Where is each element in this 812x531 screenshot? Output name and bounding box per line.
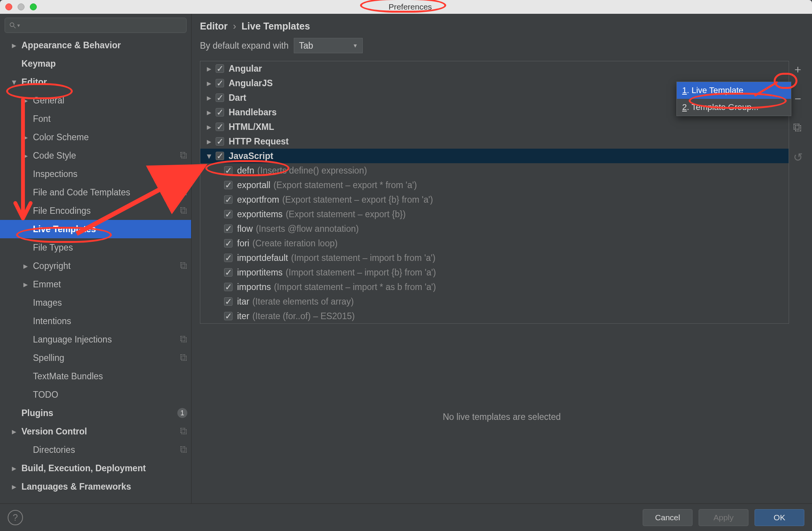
nav-item-file-and-code-templates[interactable]: File and Code Templates⿻ [0, 183, 191, 202]
expand-with-value: Tab [299, 41, 313, 51]
nav-item-language-injections[interactable]: Language Injections⿻ [0, 330, 191, 349]
checkbox[interactable]: ✓ [216, 93, 224, 102]
apply-button[interactable]: Apply [699, 509, 748, 526]
sidebar: ▾ ▸Appearance & BehaviorKeymap▾Editor▸Ge… [0, 14, 192, 503]
chevron-down-icon: ▾ [11, 77, 18, 87]
nav-item-label: Languages & Frameworks [21, 482, 187, 492]
checkbox[interactable]: ✓ [224, 297, 232, 306]
nav-item-build-execution-deployment[interactable]: ▸Build, Execution, Deployment [0, 459, 191, 477]
nav-item-copyright[interactable]: ▸Copyright⿻ [0, 257, 191, 275]
nav-item-label: General [33, 95, 187, 106]
checkbox[interactable]: ✓ [224, 181, 232, 189]
tree-item-importitems[interactable]: ✓importitems(Import statement – import {… [200, 265, 789, 280]
checkbox[interactable]: ✓ [224, 239, 232, 247]
nav-item-textmate-bundles[interactable]: TextMate Bundles [0, 367, 191, 385]
nav-item-todo[interactable]: TODO [0, 385, 191, 404]
copy-button[interactable]: ⿻ [791, 121, 804, 134]
checkbox[interactable]: ✓ [224, 195, 232, 204]
nav-item-live-templates[interactable]: Live Templates [0, 220, 191, 238]
tree-group-angular[interactable]: ▸✓Angular [200, 61, 789, 76]
checkbox[interactable]: ✓ [224, 312, 232, 320]
tree-item-defn[interactable]: ✓defn(Inserts define() expression) [200, 163, 789, 178]
tree-group-html-xml[interactable]: ▸✓HTML/XML [200, 120, 789, 134]
tree-item-importns[interactable]: ✓importns(Import statement – import * as… [200, 280, 789, 294]
nav-item-directories[interactable]: Directories⿻ [0, 441, 191, 459]
tree-item-fori[interactable]: ✓fori(Create iteration loop) [200, 236, 789, 251]
maximize-icon[interactable] [30, 3, 37, 10]
tree-item-desc: (Import statement – import * as b from '… [274, 282, 436, 292]
tree-item-exportfrom[interactable]: ✓exportfrom(Export statement – export {b… [200, 192, 789, 207]
checkbox[interactable]: ✓ [216, 152, 224, 160]
close-icon[interactable] [5, 3, 12, 10]
breadcrumb-leaf: Live Templates [242, 21, 310, 32]
checkbox[interactable]: ✓ [224, 268, 232, 277]
chevron-right-icon: ▸ [22, 132, 29, 143]
tree-item-label: importdefault [237, 253, 288, 263]
nav-item-code-style[interactable]: ▸Code Style⿻ [0, 146, 191, 165]
tree-item-flow[interactable]: ✓flow(Inserts @flow annotation) [200, 221, 789, 236]
checkbox[interactable]: ✓ [224, 254, 232, 262]
add-menu: 1. Live Template 2. Template Group... [676, 82, 791, 116]
overlay-icon: ⿻ [180, 354, 187, 362]
checkbox[interactable]: ✓ [224, 166, 232, 175]
chevron-right-icon: › [233, 21, 236, 32]
nav-item-keymap[interactable]: Keymap [0, 54, 191, 73]
tree-item-label: importitems [237, 267, 283, 278]
nav-item-font[interactable]: Font [0, 110, 191, 128]
help-button[interactable]: ? [8, 510, 23, 525]
nav-item-file-encodings[interactable]: File Encodings⿻ [0, 202, 191, 220]
nav-item-appearance-behavior[interactable]: ▸Appearance & Behavior [0, 36, 191, 54]
tree-item-desc: (Iterate (for..of) – ES2015) [252, 311, 355, 321]
nav-item-general[interactable]: ▸General [0, 91, 191, 110]
tree-item-desc: (Import statement – import {b} from 'a') [286, 267, 436, 278]
remove-button[interactable]: − [791, 92, 804, 105]
search-input[interactable]: ▾ [5, 18, 187, 33]
nav-item-intentions[interactable]: Intentions [0, 312, 191, 330]
expand-with-label: By default expand with [200, 41, 288, 51]
nav-item-file-types[interactable]: File Types [0, 238, 191, 257]
nav-item-inspections[interactable]: Inspections⿻ [0, 165, 191, 183]
tree-group-http-request[interactable]: ▸✓HTTP Request [200, 134, 789, 149]
ok-button[interactable]: OK [755, 509, 804, 526]
nav-item-images[interactable]: Images [0, 293, 191, 312]
tree-item-iter[interactable]: ✓iter(Iterate (for..of) – ES2015) [200, 309, 789, 323]
nav-item-plugins[interactable]: Plugins1 [0, 404, 191, 422]
tree-item-exportitems[interactable]: ✓exportitems(Export statement – export {… [200, 207, 789, 221]
minimize-icon[interactable] [18, 3, 25, 10]
tree-item-desc: (Export statement – export {b} from 'a') [282, 195, 433, 205]
checkbox[interactable]: ✓ [224, 225, 232, 233]
tree-item-exportall[interactable]: ✓exportall(Export statement – export * f… [200, 178, 789, 192]
breadcrumb-root[interactable]: Editor [200, 21, 228, 32]
nav-item-label: File Encodings [33, 206, 180, 216]
undo-button[interactable]: ↺ [791, 151, 804, 164]
tree-item-itar[interactable]: ✓itar(Iterate elements of array) [200, 294, 789, 309]
tree-item-desc: (Export statement – export {b}) [286, 209, 406, 220]
nav-item-label: Editor [21, 77, 187, 87]
nav-item-version-control[interactable]: ▸Version Control⿻ [0, 422, 191, 441]
checkbox[interactable]: ✓ [216, 64, 224, 73]
checkbox[interactable]: ✓ [224, 283, 232, 291]
checkbox[interactable]: ✓ [216, 79, 224, 87]
expand-with-select[interactable]: Tab ▼ [294, 38, 363, 53]
checkbox[interactable]: ✓ [216, 108, 224, 116]
nav-item-label: Copyright [33, 261, 180, 271]
add-button[interactable]: + [791, 63, 804, 76]
checkbox[interactable]: ✓ [216, 123, 224, 131]
cancel-button[interactable]: Cancel [643, 509, 692, 526]
nav-item-languages-frameworks[interactable]: ▸Languages & Frameworks [0, 477, 191, 496]
tree-item-importdefault[interactable]: ✓importdefault(Import statement – import… [200, 251, 789, 265]
menu-item-live-template[interactable]: 1. Live Template [677, 82, 791, 99]
checkbox[interactable]: ✓ [224, 210, 232, 218]
nav-item-color-scheme[interactable]: ▸Color Scheme [0, 128, 191, 146]
nav-item-label: Keymap [21, 59, 187, 69]
nav-item-emmet[interactable]: ▸Emmet [0, 275, 191, 293]
nav-item-editor[interactable]: ▾Editor [0, 73, 191, 91]
checkbox[interactable]: ✓ [216, 137, 224, 146]
menu-item-template-group[interactable]: 2. Template Group... [677, 99, 791, 116]
tree-item-desc: (Inserts @flow annotation) [256, 224, 359, 234]
tree-group-label: HTML/XML [229, 122, 274, 132]
tree-group-javascript[interactable]: ▾✓JavaScript [200, 149, 789, 163]
menu-item-prefix: 1. [682, 85, 691, 95]
tree-item-label: fori [237, 238, 249, 249]
nav-item-spelling[interactable]: Spelling⿻ [0, 349, 191, 367]
